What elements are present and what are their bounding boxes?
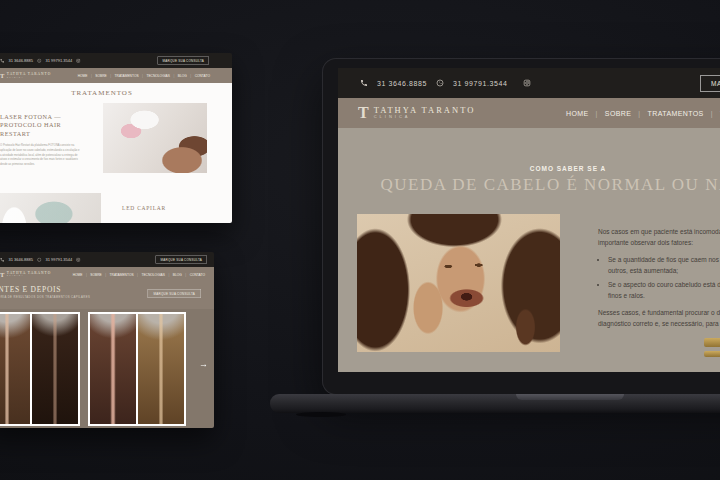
browser-window-results: 31 3646.8885 31 99791.3544 MARQUE SUA CO… (0, 252, 214, 428)
topbar: 31 3646.8885 31 99791.3544 MARQUE SUA CO… (0, 53, 232, 68)
nav-item-tratamentos[interactable]: TRATAMENTOS (107, 74, 139, 78)
article-bullet: Se o aspecto do couro cabeludo está dife… (608, 280, 720, 301)
results-hero: ANTES E DEPOIS GALERIA DE RESULTADOS DOS… (0, 281, 214, 309)
article-intro: Nos casos em que paciente está incomodad… (598, 227, 720, 248)
phone-icon (360, 79, 368, 87)
topbar: 31 3646.8885 31 99791.3544 MARQUE SUA CO… (0, 252, 214, 267)
laptop-foot (296, 412, 346, 417)
carousel-next-icon[interactable]: → (199, 359, 208, 368)
nav-item-tecnologias[interactable]: TECNOLOGIAS (704, 110, 720, 117)
laptop-base (270, 394, 720, 413)
article-bullet: Se a quantidade de fios que caem nos ral… (608, 255, 720, 276)
phone-icon (0, 257, 5, 262)
treatment-led-title: LED CAPILAR (94, 205, 194, 211)
before-after-card (88, 312, 186, 426)
article-body: COMO SABER SE A QUEDA DE CABELO É NORMAL… (338, 128, 720, 372)
page-title: TRATAMENTOS (0, 83, 232, 97)
nav-item-sobre[interactable]: SOBRE (87, 74, 106, 78)
laser-treatment-photo (103, 103, 207, 173)
gold-accent (704, 351, 720, 357)
laptop-lid-notch (516, 394, 624, 400)
navbar: T TATHYA TARANTO CLÍNICA HOME SOBRE TRAT… (0, 267, 214, 281)
nav-item-tratamentos[interactable]: TRATAMENTOS (631, 110, 703, 117)
nav-item-contato[interactable]: CONTATO (187, 74, 210, 78)
laptop-lid: 31 3646.8885 31 99791.3544 MARQUE SUA CO… (322, 58, 720, 395)
phone-icon (0, 58, 5, 63)
browser-window-treatments: 31 3646.8885 31 99791.3544 MARQUE SUA CO… (0, 53, 232, 223)
consult-cta-button[interactable]: MARQUE SUA CONSULTA (158, 57, 209, 65)
treatment-block-laser: LASER FOTONA — PROTOCOLO HAIR RESTART O … (0, 113, 90, 167)
led-equipment-photo (0, 193, 101, 223)
before-after-gallery: ← → (0, 309, 214, 428)
main-nav: HOME SOBRE TRATAMENTOS TECNOLOGIAS BLOG … (566, 110, 720, 117)
nav-item-tecnologias[interactable]: TECNOLOGIAS (139, 74, 170, 78)
before-after-card (0, 312, 80, 426)
instagram-icon[interactable] (523, 79, 531, 87)
main-nav: HOME SOBRE TRATAMENTOS TECNOLOGIAS BLOG … (73, 272, 205, 276)
brand-logo[interactable]: T TATHYA TARANTO CLÍNICA (0, 271, 51, 278)
nav-item-sobre[interactable]: SOBRE (589, 110, 632, 117)
instagram-icon[interactable] (76, 257, 81, 262)
before-after-photo (32, 314, 78, 424)
article-text: Nos casos em que paciente está incomodad… (598, 227, 720, 337)
brand-tagline: CLÍNICA (7, 76, 51, 78)
woman-hair-photo (357, 214, 560, 352)
navbar: T TATHYA TARANTO CLÍNICA HOME SOBRE TRAT… (0, 68, 232, 83)
topbar-contacts: 31 3646.8885 31 99791.3544 (360, 79, 531, 87)
article-bullet-list: Se a quantidade de fios que caem nos ral… (598, 255, 720, 301)
before-after-photo (90, 314, 136, 424)
topbar: 31 3646.8885 31 99791.3544 MARQUE SUA CO… (338, 68, 720, 98)
brand-mark-icon: T (0, 72, 4, 79)
nav-item-blog[interactable]: BLOG (165, 272, 182, 276)
before-after-photo (0, 314, 30, 424)
brand-logo[interactable]: T TATHYA TARANTO CLÍNICA (0, 72, 51, 79)
topbar-whatsapp[interactable]: 31 99791.3544 (45, 58, 72, 63)
article-title: QUEDA DE CABELO É NORMAL OU NÃO? (338, 175, 720, 195)
nav-item-contato[interactable]: CONTATO (182, 272, 205, 276)
topbar-phone[interactable]: 31 3646.8885 (9, 58, 33, 63)
whatsapp-icon (37, 257, 42, 262)
treatment-laser-description: O Protocolo Hair Restart da plataforma F… (0, 142, 80, 167)
main-nav: HOME SOBRE TRATAMENTOS TECNOLOGIAS BLOG … (78, 74, 210, 78)
nav-item-home[interactable]: HOME (78, 74, 88, 78)
nav-item-tratamentos[interactable]: TRATAMENTOS (102, 272, 134, 276)
article-kicker: COMO SABER SE A (338, 165, 720, 172)
nav-item-tecnologias[interactable]: TECNOLOGIAS (134, 272, 165, 276)
topbar-phone[interactable]: 31 3646.8885 (377, 80, 427, 87)
brand-tagline: CLÍNICA (7, 275, 51, 277)
treatments-page-body: TRATAMENTOS LASER FOTONA — PROTOCOLO HAI… (0, 83, 232, 223)
instagram-icon[interactable] (76, 58, 81, 63)
gold-accent (704, 338, 720, 347)
topbar-contacts: 31 3646.8885 31 99791.3544 (0, 58, 81, 63)
whatsapp-icon (436, 79, 444, 87)
nav-item-sobre[interactable]: SOBRE (82, 272, 101, 276)
topbar-phone[interactable]: 31 3646.8885 (9, 257, 33, 262)
nav-item-blog[interactable]: BLOG (170, 74, 187, 78)
before-after-photo (138, 314, 184, 424)
topbar-contacts: 31 3646.8885 31 99791.3544 (0, 257, 81, 262)
whatsapp-icon (37, 58, 42, 63)
navbar: T TATHYA TARANTO CLÍNICA HOME SOBRE TRAT… (338, 98, 720, 128)
topbar-whatsapp[interactable]: 31 99791.3544 (45, 257, 72, 262)
consult-cta-button[interactable]: MARQUE SUA CONSULTA (700, 75, 720, 92)
results-cta-button[interactable]: MARQUE SUA CONSULTA (148, 289, 201, 298)
brand-mark-icon: T (0, 271, 4, 278)
treatment-laser-title: LASER FOTONA — PROTOCOLO HAIR RESTART (0, 113, 90, 137)
laptop-screen: 31 3646.8885 31 99791.3544 MARQUE SUA CO… (338, 68, 720, 372)
nav-item-home[interactable]: HOME (566, 110, 589, 117)
nav-item-home[interactable]: HOME (73, 272, 83, 276)
consult-cta-button[interactable]: MARQUE SUA CONSULTA (156, 256, 207, 264)
brand-mark-icon: T (358, 105, 369, 121)
topbar-whatsapp[interactable]: 31 99791.3544 (453, 80, 508, 87)
brand-tagline: CLÍNICA (374, 115, 476, 119)
article-outro: Nesses casos, é fundamental procurar o d… (598, 308, 720, 329)
brand-logo[interactable]: T TATHYA TARANTO CLÍNICA (358, 105, 475, 121)
